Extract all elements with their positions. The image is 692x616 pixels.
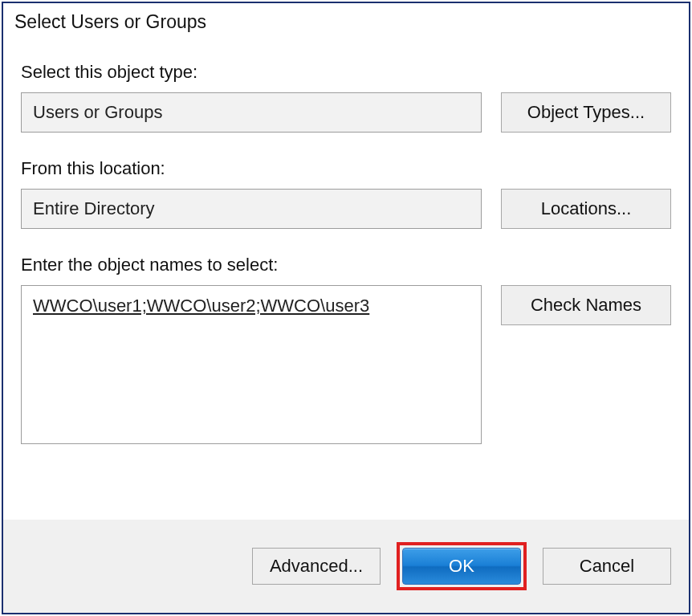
cancel-button[interactable]: Cancel [543,548,671,585]
object-type-label: Select this object type: [21,62,671,83]
object-names-input[interactable]: WWCO\user1;WWCO\user2;WWCO\user3 [21,285,482,444]
dialog-title: Select Users or Groups [3,3,689,38]
object-types-button[interactable]: Object Types... [501,92,671,133]
object-type-field: Users or Groups [21,92,482,133]
location-row: Entire Directory Locations... [21,189,671,229]
advanced-button[interactable]: Advanced... [252,548,381,585]
object-type-row: Users or Groups Object Types... [21,92,671,133]
location-label: From this location: [21,158,671,179]
object-names-label: Enter the object names to select: [21,255,671,275]
locations-button[interactable]: Locations... [501,189,671,229]
check-names-button[interactable]: Check Names [501,285,671,325]
object-names-row: WWCO\user1;WWCO\user2;WWCO\user3 Check N… [21,285,671,444]
select-users-groups-dialog: Select Users or Groups Select this objec… [2,2,690,614]
ok-highlight-box: OK [397,542,527,590]
location-field: Entire Directory [21,189,482,229]
object-type-value: Users or Groups [33,102,162,123]
location-value: Entire Directory [33,198,155,219]
ok-button[interactable]: OK [402,548,521,585]
dialog-footer: Advanced... OK Cancel [3,520,689,613]
dialog-body: Select this object type: Users or Groups… [3,38,689,520]
